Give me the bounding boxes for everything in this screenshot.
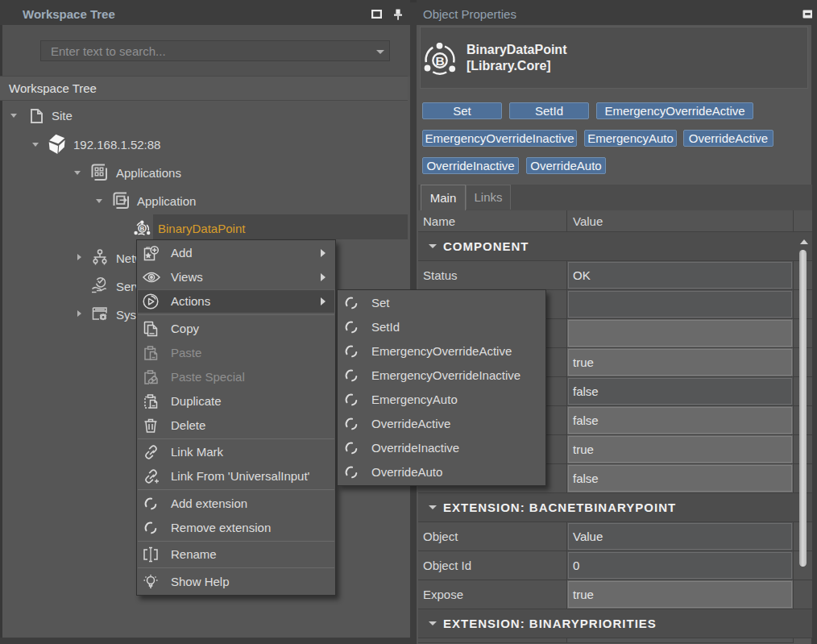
svg-text:B: B [435,54,444,68]
svg-text:B: B [140,225,145,232]
